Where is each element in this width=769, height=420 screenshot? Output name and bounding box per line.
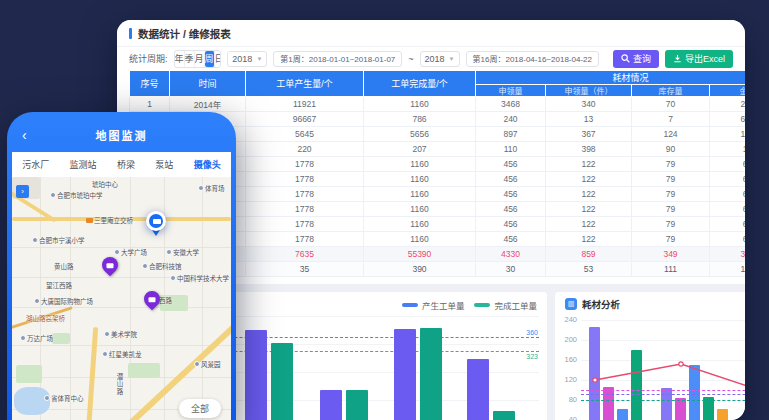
chart-gridline [581,340,745,341]
cell-value: 110 [476,142,546,157]
all-filter-button[interactable]: 全部 [179,399,221,418]
year-to-value: 2018 [425,54,445,64]
selected-camera-pin[interactable] [146,211,166,240]
consumable-bar [617,409,628,420]
tab-泵站[interactable]: 泵站 [155,158,173,171]
tab-桥梁[interactable]: 桥梁 [117,158,135,171]
search-button[interactable]: 查询 [613,50,659,68]
cell-value: 1160 [364,187,476,202]
cell-value: 1778 [246,157,364,172]
cell-value: 1778 [246,187,364,202]
legend-label: 产生工单量 [422,299,465,311]
camera-pin[interactable] [99,254,122,277]
tab-污水厂[interactable]: 污水厂 [22,158,49,171]
poi-icon [44,395,50,401]
column-header: 工单完成量/个 [364,71,476,97]
search-icon [621,54,630,63]
y-axis-tick: 200 [559,336,577,344]
period-option-年[interactable]: 年 [175,51,185,67]
workorder-chart-legend: 产生工单量完成工单量 [402,299,537,311]
reference-line [581,400,745,401]
map-label: 潜山路 [114,373,124,396]
cell-value: 1160 [364,97,476,112]
reference-line-label: 360 [526,329,538,336]
poi-icon [50,192,56,198]
cell-value: 79 [632,202,710,217]
period-option-周[interactable]: 周 [205,51,215,67]
back-icon[interactable]: ‹ [22,128,27,142]
total-value: 55390 [364,247,476,262]
map-label-text: 省体育中心 [51,393,84,403]
period-segment: 年季月周日 [174,50,222,68]
map-park [128,363,160,378]
map-label: 省体育中心 [44,393,84,403]
cell-value: 7 [632,112,710,127]
map-label-text: 大唐国际购物广场 [41,296,93,306]
map-label-text: 风景园 [201,359,221,369]
period-option-月[interactable]: 月 [195,51,205,67]
cell-value: 456 [476,187,546,202]
period-option-季[interactable]: 季 [185,51,195,67]
pin-pointer [152,230,160,240]
breadcrumb[interactable]: 数据统计 / 维修报表 [117,20,745,47]
map-expander[interactable]: › [16,185,29,198]
map-label-text: 合肥市琥珀中学 [57,190,103,200]
phone-mockup: ‹ 地图监测 污水厂监测站桥梁泵站摄像头 [7,112,236,420]
cell-value: 398 [546,142,632,157]
map-label-text: 美术学院 [111,329,137,339]
chevron-down-icon: ▼ [449,56,455,62]
legend-item[interactable]: 产生工单量 [402,299,465,311]
chevron-down-icon: ▼ [256,56,262,62]
tab-摄像头[interactable]: 摄像头 [194,158,221,171]
tab-监测站[interactable]: 监测站 [70,158,97,171]
average-value: 111 [632,262,710,277]
average-value: 390 [364,262,476,277]
map-street [130,177,131,420]
map-street [202,177,203,420]
phone-screen: 污水厂监测站桥梁泵站摄像头 › 琥珀中心合 [12,152,231,420]
chart-gridline [581,360,745,361]
week-to-box[interactable]: 第16周：2018-04-16~2018-04-22 [466,51,599,67]
cell-value: 11921 [246,97,364,112]
poi-icon [142,263,148,269]
map-label-text: 合肥市宁溪小学 [39,235,85,245]
map-label-text: 琥珀中心 [92,179,118,189]
map-park [52,333,70,344]
column-header: 序号 [130,71,170,97]
map-canvas[interactable]: › 琥珀中心合肥市琥珀中学体育场三里庵立交桥合肥市宁溪小学大学广场安徽大学合肥科… [12,177,231,420]
period-option-日[interactable]: 日 [215,51,222,67]
map-label: 三里庵立交桥 [86,215,133,225]
map-road [83,327,98,420]
total-value: 349 [632,247,710,262]
year-from-select[interactable]: 2018 ▼ [227,51,267,67]
cell-value: 79 [632,187,710,202]
cell-value: 340 [546,97,632,112]
map-label: 琥珀中心 [92,179,118,189]
cell-value: 220 [246,142,364,157]
legend-item[interactable]: 完成工单量 [474,299,537,311]
poi-icon [166,249,172,255]
poi-icon [194,361,200,367]
cell-value: 122 [546,187,632,202]
bar-产生工单量 [320,390,342,420]
sub-column-header: 申领量 [476,85,546,97]
map-label-text: 红星美凯龙 [109,349,142,359]
cell-value: 67 [710,157,746,172]
week-from-box[interactable]: 第1周：2018-01-01~2018-01-07 [273,51,402,67]
reference-line-label: 323 [526,353,538,360]
bar-完成工单量 [493,411,515,420]
cell-value: 5656 [364,127,476,142]
phone-tab-bar: 污水厂监测站桥梁泵站摄像头 [12,152,231,177]
download-icon [673,54,682,63]
map-label-text: 三里庵立交桥 [94,215,133,225]
consumable-bar [589,327,600,420]
year-to-select[interactable]: 2018 ▼ [420,51,460,67]
cell-value: 897 [476,127,546,142]
total-value: 859 [546,247,632,262]
poi-icon [102,351,108,357]
export-excel-button[interactable]: 导出Excel [665,50,733,68]
cell-value: 67 [710,187,746,202]
poi-icon [34,298,40,304]
period-label: 统计周期: [129,52,168,65]
cell-value: 456 [476,232,546,247]
